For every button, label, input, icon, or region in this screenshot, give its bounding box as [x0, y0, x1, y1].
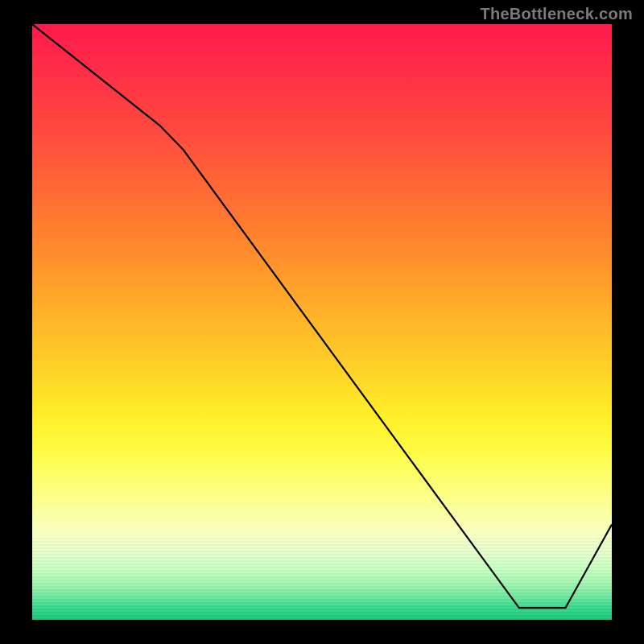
chart-frame: TheBottleneck.com	[0, 0, 644, 644]
watermark-text: TheBottleneck.com	[480, 5, 633, 23]
curve-path	[32, 24, 612, 608]
plot-area	[32, 24, 612, 620]
chart-line-layer	[32, 24, 612, 620]
